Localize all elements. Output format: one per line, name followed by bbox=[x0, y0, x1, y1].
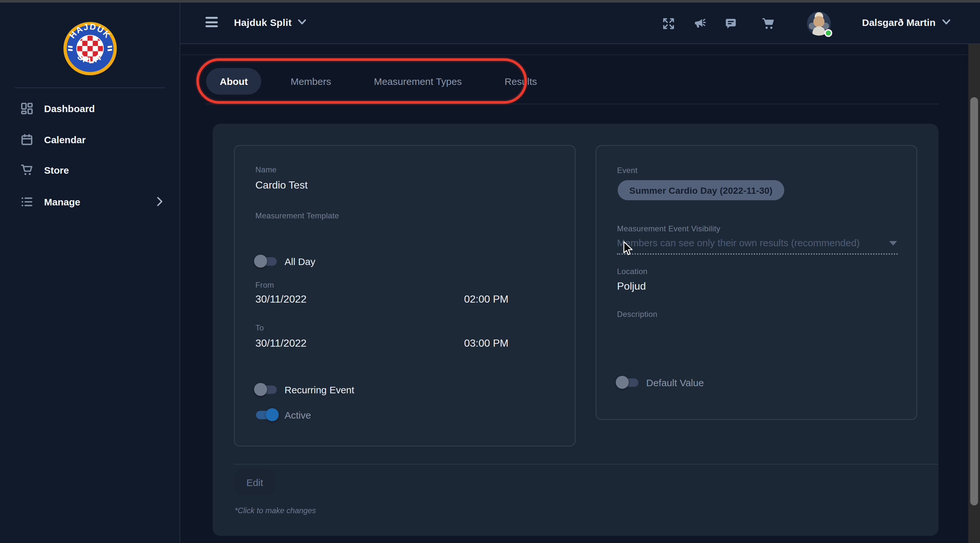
megaphone-icon[interactable] bbox=[692, 16, 706, 30]
active-label: Active bbox=[285, 409, 311, 420]
cart-icon bbox=[20, 163, 34, 176]
to-time-value: 03:00 PM bbox=[464, 338, 509, 349]
window-edge-strip bbox=[0, 0, 980, 3]
event-chip-label: Summer Cardio Day (2022-11-30) bbox=[629, 185, 773, 195]
recurring-event-row: Recurring Event bbox=[254, 380, 354, 399]
location-value: Poljud bbox=[617, 281, 646, 292]
event-meta-card: Event Summer Cardio Day (2022-11-30) Mea… bbox=[596, 145, 917, 420]
recurring-event-toggle[interactable] bbox=[254, 382, 279, 397]
user-name: Dalsgarð Martin bbox=[862, 16, 935, 27]
team-selector[interactable]: Hajduk Split bbox=[234, 12, 307, 32]
app-root: Hajduk Split bbox=[0, 0, 980, 543]
visibility-value: Members can see only their own results (… bbox=[617, 237, 883, 248]
chevron-right-icon bbox=[156, 196, 163, 210]
active-toggle[interactable] bbox=[254, 407, 279, 422]
dashboard-icon bbox=[20, 102, 34, 115]
screen: Hajduk Split bbox=[0, 0, 980, 543]
default-value-toggle[interactable] bbox=[616, 375, 640, 390]
sidebar-item-store[interactable]: Store bbox=[0, 157, 180, 183]
active-row: Active bbox=[254, 406, 311, 424]
location-label: Location bbox=[617, 267, 648, 276]
team-name: Hajduk Split bbox=[234, 16, 292, 27]
sidebar-item-label: Calendar bbox=[44, 134, 86, 145]
measurement-template-label: Measurement Template bbox=[255, 211, 339, 220]
scrollbar-gutter bbox=[968, 44, 980, 543]
chevron-down-icon bbox=[298, 16, 307, 28]
hamburger-icon[interactable] bbox=[205, 17, 218, 27]
edit-button[interactable]: Edit bbox=[235, 469, 275, 495]
all-day-toggle[interactable] bbox=[254, 253, 279, 269]
sidebar-item-label: Dashboard bbox=[44, 103, 95, 114]
name-label: Name bbox=[255, 165, 277, 174]
edit-footnote: *Click to make changes bbox=[235, 506, 316, 515]
from-date-value: 30/11/2022 bbox=[255, 294, 307, 305]
default-value-label: Default Value bbox=[646, 377, 704, 388]
list-icon bbox=[20, 195, 34, 208]
tab-bar: About Members Measurement Types Results bbox=[206, 68, 550, 95]
event-label: Event bbox=[617, 166, 638, 175]
visibility-select[interactable]: Members can see only their own results (… bbox=[617, 235, 898, 255]
sidebar-item-label: Store bbox=[44, 164, 69, 175]
cart-icon[interactable] bbox=[761, 16, 775, 30]
about-panel: Name Cardio Test Measurement Template Al… bbox=[213, 124, 939, 536]
sidebar-item-manage[interactable]: Manage bbox=[0, 189, 180, 214]
tabs-divider bbox=[206, 104, 939, 104]
recurring-event-label: Recurring Event bbox=[285, 384, 354, 395]
event-chip[interactable]: Summer Cardio Day (2022-11-30) bbox=[618, 180, 784, 200]
from-label: From bbox=[255, 281, 274, 290]
content-top-divider bbox=[181, 54, 968, 55]
to-label: To bbox=[255, 323, 264, 332]
sidebar-item-calendar[interactable]: Calendar bbox=[0, 126, 180, 152]
to-date-value: 30/11/2022 bbox=[255, 338, 307, 349]
chevron-down-icon bbox=[942, 16, 951, 28]
sidebar-item-label: Manage bbox=[44, 196, 80, 207]
user-menu[interactable]: Dalsgarð Martin bbox=[862, 12, 951, 32]
tab-about[interactable]: About bbox=[206, 68, 261, 95]
event-details-card: Name Cardio Test Measurement Template Al… bbox=[234, 145, 576, 446]
all-day-row: All Day bbox=[254, 252, 315, 270]
description-label: Description bbox=[617, 310, 657, 319]
tab-members[interactable]: Members bbox=[277, 68, 345, 95]
name-value: Cardio Test bbox=[255, 179, 307, 191]
chat-icon[interactable] bbox=[723, 16, 738, 30]
sidebar-item-dashboard[interactable]: Dashboard bbox=[0, 95, 180, 121]
avatar[interactable] bbox=[807, 12, 831, 36]
scrollbar-thumb[interactable] bbox=[970, 97, 978, 505]
from-time-value: 02:00 PM bbox=[464, 294, 509, 305]
calendar-icon bbox=[20, 132, 34, 146]
club-logo: HAJDUK SPLIT bbox=[63, 21, 117, 76]
all-day-label: All Day bbox=[285, 256, 315, 267]
dropdown-arrow-icon bbox=[889, 241, 897, 246]
online-status-dot bbox=[824, 29, 832, 37]
panel-footer-divider bbox=[234, 464, 939, 465]
default-value-row: Default Value bbox=[616, 373, 704, 391]
fullscreen-icon[interactable] bbox=[661, 16, 675, 30]
sidebar: HAJDUK SPLIT bbox=[0, 3, 180, 543]
sidebar-divider bbox=[15, 87, 165, 88]
visibility-label: Measurement Event Visibility bbox=[617, 224, 721, 233]
tab-results[interactable]: Results bbox=[491, 68, 550, 95]
tab-measurement-types[interactable]: Measurement Types bbox=[360, 68, 476, 95]
